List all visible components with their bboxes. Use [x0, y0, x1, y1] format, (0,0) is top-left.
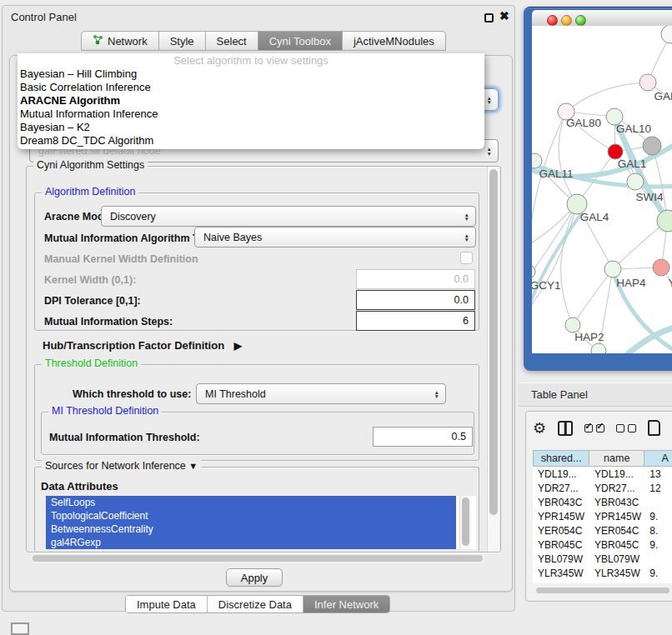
table-panel-strip: Table Panel [519, 382, 672, 407]
network-node[interactable] [643, 137, 661, 155]
algorithm-option-aracne-algorithm[interactable]: ARACNE Algorithm [18, 94, 484, 108]
attribute-item-selfloops[interactable]: SelfLoops [46, 496, 456, 509]
algorithm-option-mutual-information-inference[interactable]: Mutual Information Inference [18, 108, 484, 121]
table-cell: YBL079W [589, 552, 644, 566]
network-graph: GALGAL80GAL10GAL1GAL11SWI4GAL4GCY1HAP4YH… [532, 26, 672, 353]
tab-style[interactable]: Style [158, 31, 206, 51]
table-cell: YLR345W [533, 566, 589, 580]
table-row[interactable]: YBR045CYBR045C9. [533, 538, 672, 552]
network-icon [93, 34, 103, 48]
table-cell: 9. [644, 509, 672, 523]
network-node[interactable] [627, 173, 644, 190]
algorithm-dropdown: Select algorithm to view settings Bayesi… [18, 53, 484, 149]
bottom-tab-impute-data[interactable]: Impute Data [126, 596, 207, 612]
table-row[interactable]: YBR043CYBR043C [533, 495, 672, 509]
node-label-swi4: SWI4 [635, 191, 663, 203]
dock-panel-icon[interactable] [11, 622, 29, 635]
kernel-width-field[interactable]: 0.0 [356, 269, 475, 289]
settings-scrollbar[interactable] [487, 167, 499, 552]
data-attributes-list[interactable]: SelfLoopsTopologicalCoefficientBetweenne… [46, 496, 476, 549]
gear-icon[interactable]: ⚙ [533, 421, 546, 436]
column-header-name[interactable]: name [589, 450, 644, 467]
column-header-shared[interactable]: shared... [533, 450, 589, 467]
control-panel-title: Control Panel [11, 11, 77, 23]
node-label-y: Y [668, 277, 672, 289]
table-row[interactable]: YDR27...YDR27...12 [533, 481, 672, 495]
table-hscrollbar[interactable] [534, 586, 672, 595]
node-label-gal10: GAL10 [616, 122, 651, 135]
network-node[interactable] [653, 259, 669, 276]
split-view-icon[interactable] [558, 421, 573, 436]
network-canvas[interactable]: GALGAL80GAL10GAL1GAL11SWI4GAL4GCY1HAP4YH… [532, 26, 672, 353]
node-label-gal1: GAL1 [618, 158, 647, 170]
table-cell: YDR27... [589, 481, 644, 495]
table-row[interactable]: YER054CYER054C8. [533, 523, 672, 538]
bottom-tab-infer-network[interactable]: Infer Network [303, 596, 389, 612]
manual-kernel-checkbox[interactable] [460, 252, 473, 264]
node-label-hap2: HAP2 [574, 331, 604, 343]
attribute-item-topologicalcoefficient[interactable]: TopologicalCoefficient [46, 509, 456, 522]
threshold-definition-legend: Threshold Definition [42, 358, 141, 369]
algorithm-option-bayesian-hill-climbing[interactable]: Bayesian – Hill Climbing [18, 68, 484, 81]
table-cell: 9. [644, 538, 672, 552]
table-cell: YBL079W [533, 552, 589, 566]
deselect-all-icon[interactable] [616, 424, 636, 432]
bottom-tab-discretize-data[interactable]: Discretize Data [207, 596, 303, 612]
tab-network[interactable]: Network [81, 31, 159, 51]
bottom-tabs: Impute DataDiscretize DataInfer Network [125, 595, 390, 613]
tab-cyni-toolbox[interactable]: Cyni Toolbox [258, 31, 343, 51]
combo-arrows-icon: ▲▼ [464, 232, 469, 242]
apply-button[interactable]: Apply [226, 568, 283, 587]
network-node[interactable] [532, 265, 535, 278]
table-row[interactable]: YLR345WYLR345W9. [533, 566, 672, 580]
mi-type-combobox[interactable]: Naive Bayes ▲▼ [194, 227, 476, 248]
minimize-light[interactable] [561, 15, 572, 26]
attributes-scrollbar[interactable] [459, 496, 471, 549]
aracne-mode-combobox[interactable]: Discovery ▲▼ [101, 206, 476, 227]
zoom-light[interactable] [575, 15, 586, 26]
table-cell [644, 495, 672, 509]
node-table[interactable]: shared...nameA YDL19...YDL19...13YDR27..… [533, 450, 672, 583]
table-panel: ⚙ shared...nameA YDL19...YDL19...13YDR27… [525, 411, 672, 602]
node-label-gal: GAL [654, 90, 672, 102]
tab-jactivemnodules[interactable]: jActiveMNodules [342, 31, 446, 51]
select-all-icon[interactable] [584, 424, 604, 432]
kernel-width-label: Kernel Width (0,1): [44, 274, 136, 286]
network-view-window[interactable]: GALGAL80GAL10GAL1GAL11SWI4GAL4GCY1HAP4YH… [524, 7, 672, 371]
attribute-item-betweennesscentrality[interactable]: BetweennessCentrality [46, 522, 456, 536]
sources-legend[interactable]: Sources for Network Inference ▼ [42, 460, 201, 472]
combo-arrows-icon: ▲▼ [487, 147, 492, 156]
table-panel-title: Table Panel [531, 388, 588, 401]
tab-select[interactable]: Select [205, 31, 258, 51]
mi-steps-field[interactable]: 6 [356, 311, 475, 331]
control-panel-window: Control Panel ✖ NetworkStyleSelectCyni T… [2, 5, 515, 612]
close-icon[interactable]: ✖ [499, 9, 509, 22]
column-header-a[interactable]: A [644, 450, 672, 467]
new-table-icon[interactable] [648, 420, 660, 436]
settings-hscrollbar[interactable] [31, 553, 486, 563]
table-cell: 13 [644, 467, 672, 481]
network-node[interactable] [657, 210, 672, 232]
which-threshold-combobox[interactable]: MI Threshold ▲▼ [196, 383, 446, 404]
node-label-hap4: HAP4 [616, 277, 646, 289]
table-cell: YDR27... [533, 481, 589, 495]
mi-threshold-field[interactable]: 0.5 [373, 427, 473, 447]
network-node[interactable] [639, 74, 656, 91]
float-window-icon[interactable] [484, 13, 494, 22]
network-node[interactable] [591, 343, 606, 353]
table-row[interactable]: YBL079WYBL079W [533, 552, 672, 566]
algorithm-option-dream8-dc-tdc-algorithm[interactable]: Dream8 DC_TDC Algorithm [18, 134, 484, 148]
table-row[interactable]: YPR145WYPR145W9. [533, 509, 672, 523]
table-cell: YLR345W [589, 566, 644, 580]
network-node[interactable] [661, 26, 672, 43]
table-row[interactable]: YDL19...YDL19...13 [533, 467, 672, 481]
algorithm-option-bayesian-k2[interactable]: Bayesian – K2 [18, 121, 484, 134]
network-node[interactable] [604, 261, 621, 278]
attribute-item-gal4rgexp[interactable]: gal4RGexp [46, 536, 456, 549]
algorithm-option-basic-correlation-inference[interactable]: Basic Correlation Inference [18, 81, 484, 94]
table-row[interactable]: YIL052CYIL052C9 [533, 580, 672, 583]
hub-definition-expander[interactable]: Hub/Transcription Factor Definition ▶ [43, 339, 242, 352]
close-light[interactable] [547, 15, 558, 26]
table-cell: YIL052C [589, 580, 644, 583]
dpi-tolerance-field[interactable]: 0.0 [356, 290, 475, 310]
